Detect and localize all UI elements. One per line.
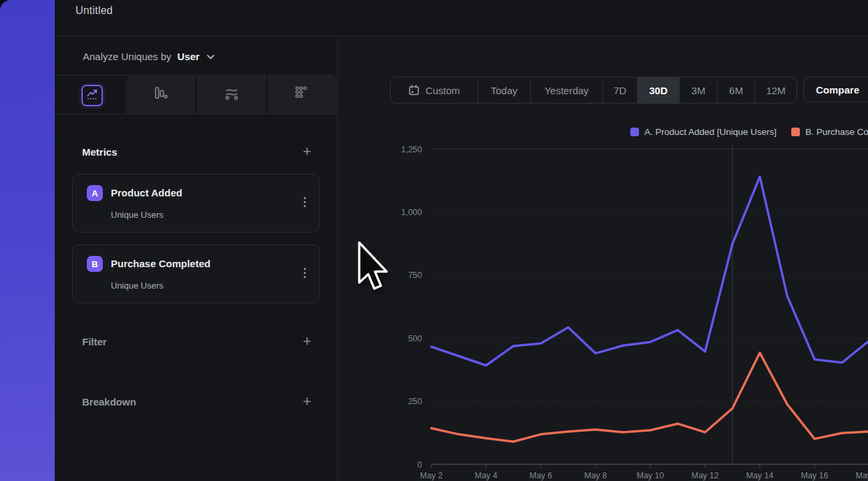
kebab-menu-icon[interactable] [304,272,306,274]
chevron-down-icon [207,50,214,62]
range-7d[interactable]: 7D [602,77,637,103]
breakdown-title: Breakdown [82,396,136,408]
date-range-selector: CustomTodayYesterday7D30D3M6M12M [390,77,797,104]
header-bar [55,0,868,35]
tab-line-chart[interactable] [81,85,103,106]
calendar-icon [408,84,420,96]
range-label: Yesterday [544,85,588,96]
legend-item[interactable]: A. Product Added [Unique Users] [630,127,777,137]
legend-swatch [630,128,639,136]
compare-button[interactable]: Compare [803,77,868,102]
legend-label: A. Product Added [Unique Users] [644,127,777,137]
add-breakdown-button[interactable] [300,395,314,408]
range-12m[interactable]: 12M [754,77,797,103]
metric-card-a[interactable]: AProduct AddedUnique Users [72,174,320,232]
metric-badge: B [87,256,103,272]
range-label: 3M [692,85,706,96]
metric-card-list: AProduct AddedUnique UsersBPurchase Comp… [72,174,320,315]
compare-label: Compare [816,84,859,96]
report-title[interactable]: Untitled [75,5,113,17]
breakdown-section-header: Breakdown [82,393,314,410]
range-label: 6M [729,85,743,96]
metric-card-b[interactable]: BPurchase CompletedUnique Users [72,245,320,303]
range-30d[interactable]: 30D [637,77,679,103]
tab-retention-grid[interactable] [292,85,310,104]
range-3m[interactable]: 3M [679,77,717,103]
metrics-section-header: Metrics [82,143,314,160]
metrics-title: Metrics [82,146,118,158]
metric-name: Purchase Completed [111,258,210,269]
analyze-by-value[interactable]: User [178,51,200,62]
filter-title: Filter [82,336,107,347]
line-chart-icon [85,88,99,104]
dots-grid-icon [293,85,309,104]
range-label: Custom [425,85,460,96]
analyze-by-label: Analyze Uniques by [83,51,172,62]
metric-badge: A [87,185,103,201]
analytics-app: Untitled Analyze Uniques by User [0,0,868,481]
mouse-cursor [357,241,392,295]
range-custom[interactable]: Custom [391,77,477,103]
tab-separator [196,75,197,114]
add-metric-button[interactable] [300,145,314,158]
metric-name: Product Added [111,187,182,198]
metric-measure[interactable]: Unique Users [111,210,164,220]
legend-item[interactable]: B. Purchase Completed [Unique Users] [791,127,868,137]
legend-label: B. Purchase Completed [Unique Users] [805,127,868,137]
kebab-menu-icon[interactable] [304,201,306,203]
legend-swatch [791,128,800,136]
range-today[interactable]: Today [477,77,530,103]
sidebar-main-divider [337,35,338,481]
range-yesterday[interactable]: Yesterday [530,77,602,103]
range-label: 7D [614,85,626,96]
tab-flow[interactable] [222,85,241,104]
analyze-by-dropdown[interactable]: Analyze Uniques by User [83,47,214,65]
range-6m[interactable]: 6M [717,77,754,103]
chart-legend: A. Product Added [Unique Users]B. Purcha… [630,127,868,137]
tabs-divider [55,114,337,114]
bar-chart-icon [152,85,168,104]
filter-section-header: Filter [82,333,314,350]
tab-bar-chart[interactable] [151,85,170,104]
header-divider [55,35,868,36]
tab-separator [266,75,268,114]
accent-gradient-strip [0,0,55,481]
range-label: Today [491,85,517,96]
flow-icon [224,85,240,104]
add-filter-button[interactable] [300,335,314,348]
range-label: 30D [649,85,668,96]
range-label: 12M [766,85,785,96]
metric-measure[interactable]: Unique Users [111,281,164,291]
